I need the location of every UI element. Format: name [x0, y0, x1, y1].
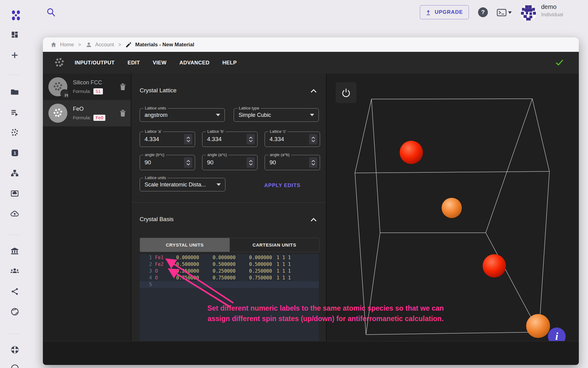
atom-fe2[interactable]	[483, 254, 506, 278]
viewer-3d[interactable]: i	[326, 74, 579, 341]
help-icon[interactable]: ?	[478, 7, 488, 17]
team-icon[interactable]	[10, 266, 19, 276]
line-number: 3	[140, 268, 152, 274]
jobs-list-icon[interactable]	[10, 108, 19, 117]
basis-editor-row: 5	[140, 281, 319, 288]
menu-item[interactable]: HELP	[222, 60, 237, 66]
globe-icon[interactable]	[10, 307, 19, 316]
rail-divider	[9, 75, 20, 75]
material-avatar	[48, 77, 67, 96]
atom-o1[interactable]	[442, 198, 462, 218]
stepper-icon[interactable]	[309, 157, 317, 168]
media-cloud-icon[interactable]	[10, 189, 19, 198]
scale-units-select[interactable]: Lattice units Scale Interatomic Dista...	[140, 178, 225, 191]
number-field[interactable]: Lattice 'b' 4.334	[202, 132, 258, 147]
atom-fe1[interactable]	[400, 141, 423, 164]
number-field[interactable]: Lattice 'c' 4.334	[265, 132, 320, 147]
support-ring-icon[interactable]	[10, 345, 19, 354]
materials-dots-icon[interactable]	[10, 128, 19, 137]
basis-editor[interactable]: 1 Fe1 0.000000 0.000000 0.000000 1 1 1 2…	[140, 254, 319, 341]
formula-chip: FeO	[93, 115, 105, 121]
crystal-basis-title: Crystal Basis	[140, 216, 174, 223]
check-icon	[555, 58, 564, 67]
material-dots-icon	[52, 108, 63, 119]
formula-label: Formula:	[73, 115, 91, 120]
number-field[interactable]: Lattice 'a' 4.334	[140, 132, 195, 147]
breadcrumb: Home > Account > Materials - New Materia…	[43, 37, 579, 52]
basis-units-tab[interactable]: CRYSTAL UNITS	[140, 238, 230, 252]
stepper-icon[interactable]	[247, 134, 255, 144]
breadcrumb-current: Materials - New Material	[125, 41, 194, 48]
upgrade-button[interactable]: UPGRADE	[420, 5, 469, 19]
basis-units-tab[interactable]: CARTESIAN UNITS	[230, 238, 319, 252]
menu-item[interactable]: INPUT/OUTPUT	[75, 60, 115, 66]
formula-label: Formula:	[73, 89, 91, 94]
share-icon[interactable]	[10, 287, 19, 296]
one-box-icon[interactable]: 1	[10, 148, 19, 157]
menu-item[interactable]: VIEW	[153, 60, 167, 66]
line-number: 5	[140, 281, 152, 288]
element-label: O	[155, 274, 175, 281]
element-label: Fe2	[155, 261, 175, 268]
apply-edits-button[interactable]: APPLY EDITS	[247, 182, 318, 189]
user-menu[interactable]: demo Individual	[541, 3, 563, 18]
number-field[interactable]: angle (a^b) 90	[265, 155, 320, 170]
basis-editor-row: 4 O 0.750000 0.750000 0.750000 1 1 1	[140, 274, 319, 281]
crystal-scene	[326, 74, 579, 341]
app-root: 1	[0, 0, 588, 368]
chevron-up-icon[interactable]	[310, 216, 318, 224]
avatar-identicon[interactable]	[520, 5, 537, 21]
basis-editor-row: 1 Fe1 0.000000 0.000000 0.000000 1 1 1	[140, 254, 319, 261]
folder-icon[interactable]	[10, 87, 19, 97]
home-icon	[50, 41, 57, 48]
lattice-type-select[interactable]: Lattice type Simple Cubic	[234, 108, 319, 122]
add-icon[interactable]	[10, 51, 19, 60]
stepper-icon[interactable]	[309, 134, 317, 144]
stepper-icon[interactable]	[247, 157, 255, 168]
trash-icon[interactable]	[119, 82, 126, 91]
menu-item[interactable]: EDIT	[127, 60, 140, 66]
element-label: Fe1	[155, 254, 175, 261]
workflow-tree-icon[interactable]	[10, 169, 19, 178]
material-list-item[interactable]: FeO Formula: FeO	[43, 100, 131, 126]
user-name: demo	[541, 3, 563, 10]
stepper-icon[interactable]	[184, 157, 192, 168]
person-icon	[85, 41, 92, 48]
element-label: O	[155, 268, 175, 274]
number-field[interactable]: angle (b^c) 90	[140, 155, 195, 170]
element-label	[155, 281, 175, 288]
materials-sidebar: Silicon FCC Formula: Si	[43, 74, 131, 341]
partial-bottom-icon[interactable]	[10, 363, 19, 368]
logo-icon[interactable]	[10, 10, 21, 21]
material-name: FeO	[73, 106, 119, 112]
crystal-lattice-title: Crystal Lattice	[140, 87, 176, 94]
cloud-upload-icon[interactable]	[10, 209, 19, 218]
basis-units-tabs: CRYSTAL UNITSCARTESIAN UNITS	[140, 238, 319, 252]
dropdown-caret-icon	[216, 114, 220, 116]
section-divider	[131, 202, 326, 203]
caret-down-icon	[508, 11, 512, 14]
rail-divider	[9, 235, 20, 235]
lattice-units-select[interactable]: Lattice units angstrom	[140, 108, 225, 122]
stepper-icon[interactable]	[184, 134, 192, 144]
terminal-icon[interactable]	[497, 8, 516, 17]
menu-item[interactable]: ADVANCED	[179, 60, 209, 66]
atom-o2[interactable]	[526, 314, 550, 338]
material-list-item[interactable]: Silicon FCC Formula: Si	[43, 74, 131, 100]
content-row: Silicon FCC Formula: Si	[43, 74, 579, 341]
chevron-up-icon[interactable]	[310, 87, 318, 95]
search-icon[interactable]	[46, 7, 56, 18]
dropdown-caret-icon	[310, 114, 314, 116]
crystal-form-panel: Crystal Lattice Lattice units angstrom L…	[131, 74, 326, 341]
material-avatar	[48, 104, 67, 123]
institution-icon[interactable]	[10, 246, 19, 255]
dashboard-icon[interactable]	[10, 30, 19, 39]
trash-icon[interactable]	[119, 109, 126, 117]
number-field[interactable]: angle (a^c) 90	[202, 155, 258, 170]
pencil-icon	[125, 41, 132, 48]
user-plan: Individual	[541, 12, 563, 18]
menu-bar: INPUT/OUTPUTEDITVIEWADVANCEDHELP	[43, 52, 579, 74]
breadcrumb-home[interactable]: Home	[50, 41, 74, 48]
breadcrumb-account[interactable]: Account	[85, 41, 114, 48]
line-number: 2	[140, 261, 152, 268]
